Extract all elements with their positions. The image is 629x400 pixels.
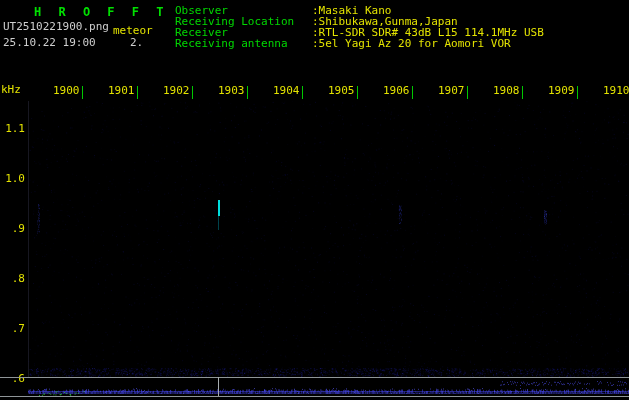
hrofft-window: H R O F F T UT2510221900.png meteor 25.1… (0, 0, 629, 400)
time-label-1901: 1901 (108, 85, 135, 96)
datetime-label: 25.10.22 19:00 (3, 37, 96, 48)
freq-unit-label: kHz (1, 84, 21, 95)
time-tick (137, 86, 138, 99)
freq-label-0-8: .8 (3, 273, 25, 284)
freq-label-1-1: 1.1 (3, 123, 25, 134)
time-label-1909: 1909 (548, 85, 575, 96)
level-strip-top-border (0, 377, 629, 378)
time-label-1910: 1910 (603, 85, 629, 96)
time-label-1908: 1908 (493, 85, 520, 96)
time-label-1907: 1907 (438, 85, 465, 96)
freq-label-1-0: 1.0 (3, 173, 25, 184)
time-label-1903: 1903 (218, 85, 245, 96)
time-tick (467, 86, 468, 99)
time-label-1906: 1906 (383, 85, 410, 96)
app-title: H R O F F T (34, 7, 168, 18)
time-tick (82, 86, 83, 99)
time-tick (522, 86, 523, 99)
output-filename: UT2510221900.png (3, 21, 109, 32)
time-label-1902: 1902 (163, 85, 190, 96)
level-strip-bottom-border (0, 396, 629, 397)
time-tick (192, 86, 193, 99)
time-tick (357, 86, 358, 99)
time-tick (247, 86, 248, 99)
observation-comment: meteor (113, 25, 153, 36)
time-label-1900: 1900 (53, 85, 80, 96)
time-label-1904: 1904 (273, 85, 300, 96)
time-label-1905: 1905 (328, 85, 355, 96)
version-label: 2. (130, 37, 143, 48)
freq-label-0-6: .6 (3, 373, 25, 384)
freq-label-0-7: .7 (3, 323, 25, 334)
spectrogram-canvas (0, 0, 629, 400)
time-tick (412, 86, 413, 99)
info-value-antenna: :5el Yagi Az 20 for Aomori VOR (312, 38, 511, 49)
time-tick (577, 86, 578, 99)
info-label-antenna: Receiving antenna (175, 38, 288, 49)
time-tick (302, 86, 303, 99)
echo-time-marker (218, 377, 219, 396)
freq-label-0-9: .9 (3, 223, 25, 234)
